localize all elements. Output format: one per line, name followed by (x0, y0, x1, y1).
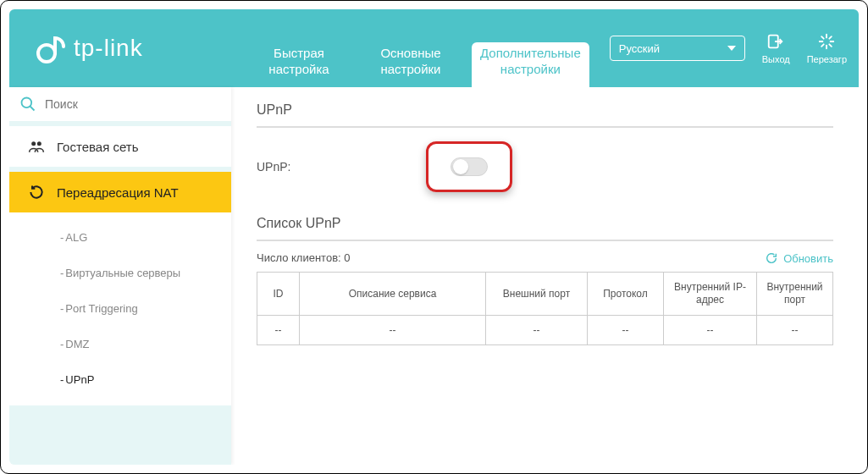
tab-advanced[interactable]: Дополнительные настройки (472, 42, 589, 88)
upnp-toggle[interactable] (451, 157, 488, 176)
sidebar-sublist: ALG Виртуальные серверы Port Triggering … (9, 212, 231, 405)
chevron-down-icon (727, 46, 736, 51)
sidebar-item-guest-network[interactable]: Гостевая сеть (9, 126, 231, 167)
sidebar-sub-virtual-servers[interactable]: Виртуальные серверы (9, 255, 231, 290)
section-title-upnp-list: Список UPnP (257, 216, 833, 241)
language-select[interactable]: Русский (610, 36, 745, 61)
svg-point-2 (22, 98, 32, 108)
search-box (9, 87, 231, 121)
toggle-highlight-box (426, 141, 512, 192)
sidebar-item-label: Гостевая сеть (57, 140, 138, 154)
cell-empty: -- (757, 316, 833, 345)
col-proto: Протокол (588, 273, 664, 316)
cell-empty: -- (588, 316, 664, 345)
sidebar: Гостевая сеть Переадресация NAT ALG Вирт… (9, 87, 231, 465)
table-row-empty: -- -- -- -- -- -- (257, 316, 833, 345)
upnp-table: ID Описание сервиса Внешний порт Протоко… (257, 272, 833, 345)
brand-logo: tp-link (9, 9, 231, 87)
upnp-toggle-row: UPnP: (257, 141, 833, 192)
sidebar-sub-port-triggering[interactable]: Port Triggering (9, 290, 231, 326)
logo-icon (33, 31, 67, 65)
refresh-button[interactable]: Обновить (765, 251, 833, 265)
sidebar-item-label: Переадресация NAT (57, 185, 179, 200)
svg-point-3 (31, 141, 36, 146)
search-input[interactable] (45, 97, 221, 111)
upnp-label: UPnP: (257, 160, 426, 174)
main-content: UPnP UPnP: Список UPnP Число клиентов: 0… (231, 87, 859, 465)
cell-empty: -- (300, 316, 486, 345)
top-tabs: Быстрая настройка Основные настройки Доп… (231, 9, 610, 87)
col-int-ip: Внутренний IP-адрес (664, 273, 757, 316)
cell-empty: -- (257, 316, 300, 345)
tab-quick-setup[interactable]: Быстрая настройка (248, 42, 350, 88)
table-header-row: ID Описание сервиса Внешний порт Протоко… (257, 273, 833, 316)
nat-icon (28, 184, 45, 201)
language-selected: Русский (619, 42, 660, 55)
refresh-icon (765, 251, 778, 265)
list-toolbar: Число клиентов: 0 Обновить (257, 251, 833, 265)
reboot-button[interactable]: Перезагр (807, 32, 847, 64)
sidebar-item-nat-forwarding[interactable]: Переадресация NAT (9, 172, 231, 212)
sidebar-sub-upnp[interactable]: UPnP (9, 361, 231, 397)
cell-empty: -- (664, 316, 757, 345)
reboot-icon (817, 32, 836, 51)
col-desc: Описание сервиса (300, 273, 486, 316)
col-int-port: Внутренний порт (757, 273, 833, 316)
sidebar-sub-alg[interactable]: ALG (9, 219, 231, 255)
brand-text: tp-link (74, 35, 143, 62)
col-ext-port: Внешний порт (486, 273, 588, 316)
clients-count: Число клиентов: 0 (257, 251, 351, 265)
logout-button[interactable]: Выход (762, 32, 790, 64)
tab-basic[interactable]: Основные настройки (360, 42, 462, 88)
cell-empty: -- (486, 316, 588, 345)
top-bar: tp-link Быстрая настройка Основные настр… (9, 9, 859, 87)
svg-point-4 (37, 141, 41, 146)
guests-icon (28, 138, 45, 155)
logout-icon (766, 32, 785, 51)
svg-point-0 (38, 45, 55, 62)
toggle-knob (453, 159, 468, 174)
header-right: Русский Выход Перезагр (610, 9, 859, 87)
search-icon (19, 96, 36, 113)
section-title-upnp: UPnP (257, 102, 833, 128)
col-id: ID (257, 273, 300, 316)
sidebar-sub-dmz[interactable]: DMZ (9, 326, 231, 361)
